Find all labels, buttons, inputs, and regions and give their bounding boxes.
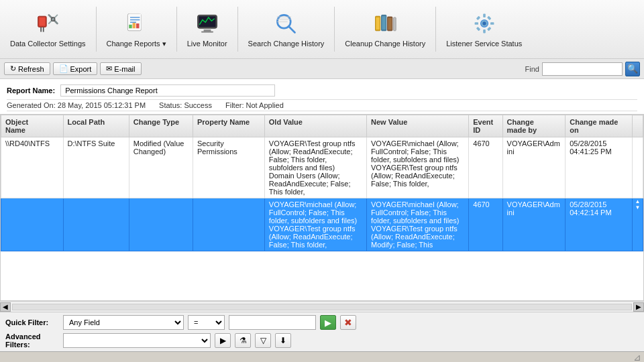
quick-filter-label: Quick Filter:	[5, 318, 59, 326]
col-property-name: Property Name	[193, 115, 264, 137]
cell-1-8: 05/28/2015 04:42:14 PM	[566, 198, 633, 251]
cell-1-7: VOYAGER\Admini	[502, 198, 566, 251]
cell-0-8: 05/28/2015 04:41:25 PM	[566, 137, 633, 198]
quick-filter-clear-button[interactable]: ✖	[340, 315, 356, 330]
separator-1	[96, 7, 97, 52]
advanced-filter-select[interactable]	[63, 333, 211, 348]
col-change-type: Change Type	[129, 115, 193, 137]
cleanup-change-history-label: Cleanup Change History	[345, 40, 425, 48]
col-change-made-by: Changemade by	[502, 115, 566, 137]
advanced-filter-add-button[interactable]: ▶	[215, 333, 231, 348]
resize-grip: ⊿	[633, 352, 641, 363]
separator-5	[435, 7, 436, 52]
separator-4	[334, 7, 335, 52]
scroll-cell: ▲▼	[633, 198, 643, 251]
cell-1-2	[129, 198, 193, 251]
email-button[interactable]: ✉ E-mail	[100, 62, 141, 75]
quick-filter-operator-select[interactable]: =	[188, 315, 225, 330]
bottom-area: Quick Filter: Any Field = ▶ ✖ Advanced F…	[0, 312, 644, 351]
svg-rect-29	[388, 18, 392, 29]
data-collector-settings-icon	[34, 10, 61, 37]
col-change-made-on: Change madeon	[566, 115, 633, 137]
export-button[interactable]: 📄 Export	[53, 62, 98, 75]
report-name-label: Report Name:	[7, 86, 55, 95]
toolbar: Data Collector Settings Change Reports ▾	[0, 0, 644, 59]
svg-rect-40	[487, 16, 491, 20]
cleanup-change-history-icon	[372, 10, 398, 37]
advanced-filter-icon2[interactable]: ▽	[255, 333, 271, 348]
svg-rect-23	[277, 21, 288, 22]
generated-on: Generated On: 28 May, 2015 05:12:31 PM	[7, 101, 146, 109]
advanced-filter-label: Advanced Filters:	[5, 333, 59, 349]
cell-0-6: 4670	[469, 137, 502, 198]
cell-1-3	[193, 198, 264, 251]
svg-rect-13	[133, 23, 136, 28]
status-bar: ⊿	[0, 351, 644, 362]
horizontal-scrollbar[interactable]: ◀ ▶	[0, 301, 644, 312]
quick-filter-value-input[interactable]	[229, 315, 316, 330]
email-label: E-mail	[114, 65, 135, 73]
listener-service-status-icon	[471, 10, 498, 37]
cell-1-5: VOYAGER\michael (Allow; FullControl; Fal…	[367, 198, 469, 251]
svg-rect-27	[382, 16, 386, 29]
find-go-button[interactable]: 🔍	[625, 62, 640, 76]
scroll-right-button[interactable]: ▶	[633, 302, 644, 312]
svg-rect-30	[394, 17, 396, 31]
report-name-value: Permissions Change Report	[60, 84, 275, 97]
svg-rect-33	[483, 14, 486, 17]
cell-0-4: VOYAGER\Test group ntfs (Allow; ReadAndE…	[264, 137, 366, 198]
search-change-history-label: Search Change History	[248, 40, 325, 48]
quick-filter-row: Quick Filter: Any Field = ▶ ✖	[5, 315, 639, 330]
svg-rect-21	[277, 16, 292, 17]
svg-rect-12	[129, 25, 132, 28]
report-info: Report Name: Permissions Change Report G…	[0, 79, 644, 114]
listener-service-status-button[interactable]: Listener Service Status	[439, 3, 529, 56]
report-status: Status: Success	[159, 101, 212, 109]
col-old-value: Old Value	[264, 115, 366, 137]
export-icon: 📄	[59, 64, 68, 73]
svg-rect-22	[277, 19, 292, 20]
data-table: ObjectName Local Path Change Type Proper…	[1, 115, 643, 251]
svg-rect-38	[487, 27, 491, 31]
advanced-filter-icon1[interactable]: ⚗	[235, 333, 251, 348]
data-table-container[interactable]: ObjectName Local Path Change Type Proper…	[0, 114, 644, 301]
cell-0-5: VOYAGER\michael (Allow; FullControl; Fal…	[367, 137, 469, 198]
svg-rect-25	[376, 17, 380, 29]
cleanup-change-history-button[interactable]: Cleanup Change History	[337, 3, 433, 56]
live-monitor-button[interactable]: Live Monitor	[180, 3, 235, 56]
cell-0-1: D:\NTFS Suite	[63, 137, 129, 198]
advanced-filter-icon3[interactable]: ⬇	[275, 333, 291, 348]
cell-0-2: Modified (Value Changed)	[129, 137, 193, 198]
search-change-history-button[interactable]: Search Change History	[241, 3, 332, 56]
scroll-left-button[interactable]: ◀	[0, 302, 11, 312]
col-object-name: ObjectName	[1, 115, 64, 137]
separator-2	[176, 7, 177, 52]
cell-0-7: VOYAGER\Admini	[502, 137, 566, 198]
quick-filter-go-button[interactable]: ▶	[320, 315, 336, 330]
search-change-history-icon	[272, 10, 299, 37]
cell-0-0: \\RD40\NTFS	[1, 137, 64, 198]
find-label: Find	[525, 65, 539, 73]
email-icon: ✉	[106, 64, 112, 73]
refresh-button[interactable]: ↻ Refresh	[4, 62, 50, 75]
change-reports-button[interactable]: Change Reports ▾	[99, 3, 174, 56]
quick-filter-field-select[interactable]: Any Field	[63, 315, 184, 330]
live-monitor-icon	[194, 10, 221, 37]
svg-rect-34	[483, 29, 486, 33]
scroll-track	[12, 304, 632, 310]
table-row[interactable]: VOYAGER\michael (Allow; FullControl; Fal…	[1, 198, 643, 251]
main-content: ↻ Refresh 📄 Export ✉ E-mail Find 🔍 Repor…	[0, 59, 644, 362]
cell-1-1	[63, 198, 129, 251]
cell-1-0	[1, 198, 64, 251]
data-collector-settings-button[interactable]: Data Collector Settings	[3, 3, 93, 56]
action-bar: ↻ Refresh 📄 Export ✉ E-mail Find 🔍	[0, 59, 644, 79]
svg-rect-37	[476, 16, 480, 20]
export-label: Export	[70, 65, 92, 73]
cell-0-3: Security Permissions	[193, 137, 264, 198]
listener-service-status-label: Listener Service Status	[446, 40, 522, 48]
svg-point-32	[482, 21, 486, 25]
refresh-label: Refresh	[18, 65, 44, 73]
find-input[interactable]	[542, 62, 623, 76]
col-new-value: New Value	[367, 115, 469, 137]
table-row[interactable]: \\RD40\NTFSD:\NTFS SuiteModified (Value …	[1, 137, 643, 198]
